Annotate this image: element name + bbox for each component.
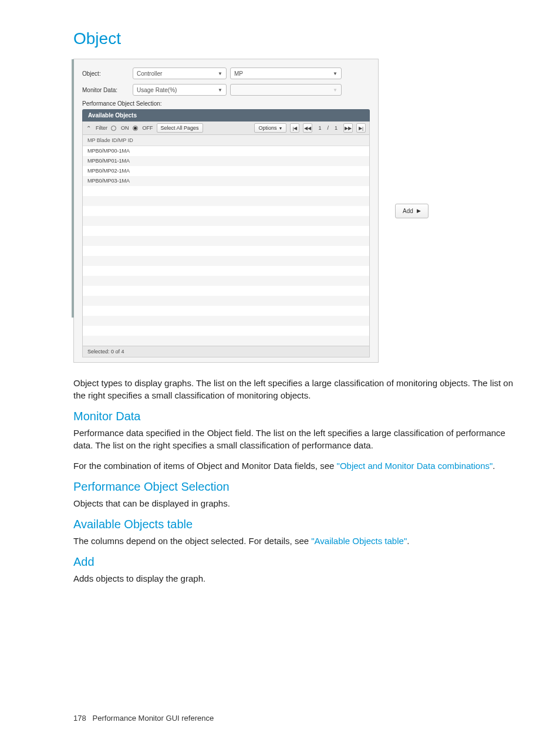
- pager-current: 1: [316, 125, 323, 131]
- pager-total: 1: [332, 125, 340, 131]
- table-row: [83, 306, 369, 316]
- object-select-right[interactable]: MP ▼: [230, 67, 342, 79]
- object-row: Object: Controller ▼ MP ▼: [82, 67, 370, 79]
- options-label: Options: [258, 125, 276, 131]
- chevron-right-icon: ▶: [417, 208, 421, 214]
- table-row: [83, 186, 369, 196]
- table-row: [83, 266, 369, 276]
- collapse-icon[interactable]: ⌃: [86, 125, 91, 131]
- scrollbar-stub[interactable]: [72, 59, 74, 318]
- chevron-down-icon: ▼: [333, 87, 338, 93]
- page-title: Object: [73, 29, 525, 48]
- filter-off-label: OFF: [143, 125, 153, 131]
- text-part: For the combination of items of Object a…: [73, 461, 337, 471]
- table-row: [83, 256, 369, 266]
- performance-object-selection-heading: Performance Object Selection: [73, 480, 525, 494]
- select-value: MP: [234, 70, 243, 77]
- table-body: MPB0/MP00-1MAMPB0/MP01-1MAMPB0/MP02-1MAM…: [83, 146, 369, 346]
- table-row: [83, 196, 369, 206]
- add-heading: Add: [73, 555, 525, 569]
- performance-object-selection-label: Performance Object Selection:: [82, 100, 370, 107]
- table-row: [83, 296, 369, 306]
- object-panel: Object: Controller ▼ MP ▼ Monitor Data: …: [73, 59, 379, 363]
- filter-on-radio[interactable]: [111, 126, 116, 131]
- table-row[interactable]: MPB0/MP02-1MA: [83, 166, 369, 176]
- object-monitor-combinations-link[interactable]: "Object and Monitor Data combinations": [337, 461, 493, 471]
- monitor-label: Monitor Data:: [82, 87, 129, 93]
- table-row: [83, 216, 369, 226]
- monitor-row: Monitor Data: Usage Rate(%) ▼ ▼: [82, 84, 370, 96]
- table-row: [83, 286, 369, 296]
- filter-on-label: ON: [121, 125, 129, 131]
- table-row: [83, 246, 369, 256]
- table-row: [83, 236, 369, 246]
- object-select-left[interactable]: Controller ▼: [133, 67, 227, 79]
- monitor-data-desc1: Performance data specified in the Object…: [73, 427, 525, 451]
- monitor-data-heading: Monitor Data: [73, 410, 525, 423]
- options-button[interactable]: Options ▼: [254, 123, 286, 133]
- table-row[interactable]: MPB0/MP01-1MA: [83, 156, 369, 166]
- add-button-label: Add: [403, 208, 413, 214]
- pager-first-icon[interactable]: |◀: [290, 123, 299, 133]
- chevron-down-icon: ▼: [218, 87, 222, 93]
- pager-next-icon[interactable]: ▶▶: [343, 123, 353, 133]
- table-toolbar: ⌃ Filter ON OFF Select All Pages Options…: [82, 121, 370, 135]
- pager-prev-icon[interactable]: ◀◀: [303, 123, 312, 133]
- table-row: [83, 226, 369, 236]
- monitor-select-right[interactable]: ▼: [230, 84, 342, 96]
- filter-off-radio[interactable]: [133, 126, 138, 131]
- table-column-header[interactable]: MP Blade ID/MP ID: [83, 135, 369, 146]
- pager-last-icon[interactable]: ▶|: [356, 123, 366, 133]
- screenshot-figure: Object: Controller ▼ MP ▼ Monitor Data: …: [73, 59, 525, 363]
- monitor-data-desc2: For the combination of items of Object a…: [73, 460, 525, 472]
- table-row[interactable]: MPB0/MP00-1MA: [83, 146, 369, 156]
- monitor-select-left[interactable]: Usage Rate(%) ▼: [133, 84, 227, 96]
- table-row[interactable]: MPB0/MP03-1MA: [83, 176, 369, 186]
- object-description: Object types to display graphs. The list…: [73, 377, 525, 401]
- select-all-pages-button[interactable]: Select All Pages: [157, 123, 203, 133]
- text-part: .: [407, 536, 409, 546]
- table-row: [83, 316, 369, 326]
- table-row: [83, 276, 369, 286]
- available-objects-table-desc: The columns depend on the object selecte…: [73, 535, 525, 547]
- text-part: The columns depend on the object selecte…: [73, 536, 311, 546]
- text-part: .: [492, 461, 495, 471]
- pager-sep: /: [327, 125, 329, 131]
- chevron-down-icon: ▼: [333, 71, 338, 76]
- select-value: Usage Rate(%): [137, 87, 177, 93]
- available-objects-table: MP Blade ID/MP ID MPB0/MP00-1MAMPB0/MP01…: [82, 135, 370, 346]
- table-footer: Selected: 0 of 4: [82, 346, 370, 357]
- select-value: Controller: [137, 70, 162, 77]
- footer-section: Performance Monitor GUI reference: [93, 714, 214, 723]
- footer-page-number: 178: [73, 714, 86, 723]
- chevron-down-icon: ▼: [218, 71, 222, 76]
- table-row: [83, 336, 369, 346]
- table-row: [83, 206, 369, 216]
- add-desc: Adds objects to display the graph.: [73, 572, 525, 585]
- object-label: Object:: [82, 70, 129, 77]
- available-objects-tab: Available Objects: [82, 109, 370, 121]
- chevron-down-icon: ▼: [279, 126, 283, 130]
- add-button[interactable]: Add ▶: [395, 204, 429, 218]
- page-footer: 178 Performance Monitor GUI reference: [73, 714, 525, 723]
- available-objects-table-heading: Available Objects table: [73, 518, 525, 531]
- performance-object-selection-desc: Objects that can be displayed in graphs.: [73, 497, 525, 509]
- table-row: [83, 326, 369, 336]
- available-objects-table-link[interactable]: "Available Objects table": [311, 536, 407, 546]
- filter-label: Filter: [96, 125, 107, 131]
